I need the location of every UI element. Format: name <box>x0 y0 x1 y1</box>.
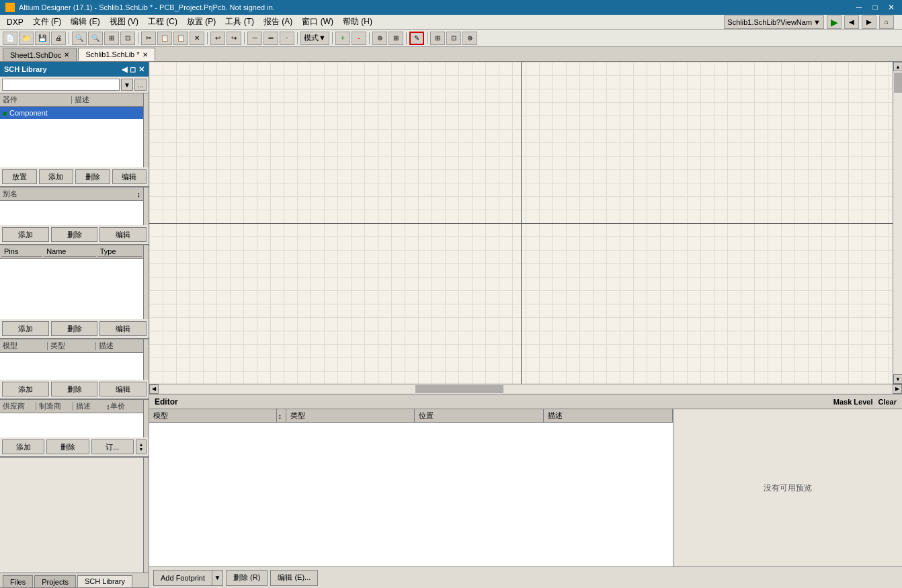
toolbar-btn-zoom-sel[interactable]: ⊡ <box>120 32 135 45</box>
menu-help[interactable]: 帮助 (H) <box>339 15 376 29</box>
menu-tools[interactable]: 工具 (T) <box>221 15 258 29</box>
viewname-dropdown[interactable]: Schlib1.SchLib?ViewNam ▼ <box>724 15 824 29</box>
toolbar-btn-view[interactable]: ⊡ <box>446 32 461 45</box>
forward-button[interactable]: ▶ <box>862 15 876 29</box>
scroll-track-area[interactable] <box>893 71 902 374</box>
toolbar-btn-minus[interactable]: - <box>352 32 366 45</box>
components-scrollbar[interactable] <box>143 93 149 167</box>
back-button[interactable]: ◀ <box>844 15 859 29</box>
toolbar-btn-undo[interactable]: ↩ <box>210 32 225 45</box>
edit-model-button[interactable]: 编辑 <box>99 382 147 396</box>
canvas-horizontal-scrollbar[interactable]: ◀ ▶ <box>149 384 902 393</box>
mode-dropdown[interactable]: 模式▼ <box>300 32 329 45</box>
toolbar-btn-copy[interactable]: 📋 <box>157 32 172 45</box>
toolbar-btn-special[interactable]: ✎ <box>409 32 424 45</box>
extra-scrollbar[interactable] <box>143 458 149 573</box>
toolbar-btn-delete[interactable]: ✕ <box>190 32 204 45</box>
menu-dxp[interactable]: DXP <box>3 16 28 28</box>
nav-button[interactable]: ▶ <box>827 15 842 29</box>
model-col-sort[interactable]: ↕ <box>276 409 286 423</box>
toolbar-btn-port[interactable]: ⊞ <box>388 32 403 45</box>
toolbar-btn-redo[interactable]: ↪ <box>227 32 241 45</box>
toolbar-btn-cut[interactable]: ✂ <box>141 32 156 45</box>
supplier-up-down-button[interactable]: ▲ ▼ <box>136 439 147 454</box>
maximize-button[interactable]: □ <box>870 3 880 12</box>
toolbar-btn-plus[interactable]: + <box>335 32 350 45</box>
toolbar-btn-1[interactable]: 📄 <box>3 32 17 45</box>
menu-report[interactable]: 报告 (A) <box>259 15 296 29</box>
sidebar-search-input[interactable] <box>2 79 120 91</box>
canvas-vertical-scrollbar[interactable]: ▲ ▼ <box>893 62 902 384</box>
add-model-button[interactable]: 添加 <box>2 382 49 396</box>
edit-model-button[interactable]: 编辑 (E)... <box>270 570 318 586</box>
suppliers-scrollbar[interactable] <box>143 400 149 437</box>
bottom-tab-schlib[interactable]: SCH Library <box>77 575 132 587</box>
add-footprint-button[interactable]: Add Footprint <box>153 570 212 586</box>
tab-sheet1-close[interactable]: ✕ <box>64 51 69 58</box>
scroll-up-button[interactable]: ▲ <box>893 62 902 71</box>
delete-alias-button[interactable]: 删除 <box>51 227 98 242</box>
separator-6 <box>332 32 333 44</box>
tab-sheet1[interactable]: Sheet1.SchDoc ✕ <box>3 48 77 61</box>
delete-component-button[interactable]: 删除 <box>75 169 110 184</box>
clear-button[interactable]: Clear <box>878 398 897 406</box>
toolbar-btn-paste[interactable]: 📋 <box>173 32 188 45</box>
add-supplier-button[interactable]: 添加 <box>2 439 44 454</box>
sidebar-pin-button[interactable]: ◀ <box>122 65 127 74</box>
sidebar-search-button[interactable]: ▼ <box>121 79 133 91</box>
toolbar-btn-extra[interactable]: ⊕ <box>462 32 477 45</box>
add-alias-button[interactable]: 添加 <box>2 227 49 242</box>
toolbar-btn-3[interactable]: 💾 <box>35 32 50 45</box>
minimize-button[interactable]: ─ <box>854 3 864 12</box>
models-scrollbar[interactable] <box>143 339 149 380</box>
scroll-down-button[interactable]: ▼ <box>893 374 902 384</box>
edit-alias-button[interactable]: 编辑 <box>99 227 147 242</box>
schematic-canvas[interactable] <box>149 62 893 384</box>
toolbar-btn-bus[interactable]: ═ <box>263 32 278 45</box>
pins-buttons: 添加 删除 编辑 <box>0 319 149 339</box>
menu-edit[interactable]: 编辑 (E) <box>67 15 104 29</box>
sidebar-float-button[interactable]: ◻ <box>130 65 136 74</box>
toolbar-btn-component[interactable]: ⊕ <box>372 32 387 45</box>
toolbar-btn-4[interactable]: 🖨 <box>51 32 66 45</box>
close-button[interactable]: ✕ <box>886 3 897 12</box>
tab-schlib1-close[interactable]: ✕ <box>142 51 148 58</box>
menu-view[interactable]: 视图 (V) <box>106 15 142 29</box>
edit-component-button[interactable]: 编辑 <box>112 169 147 184</box>
toolbar-btn-2[interactable]: 📁 <box>19 32 34 45</box>
toolbar-btn-junction[interactable]: · <box>280 32 294 45</box>
delete-supplier-button[interactable]: 删除 <box>46 439 89 454</box>
order-supplier-button[interactable]: 订... <box>91 439 134 454</box>
delete-pin-button[interactable]: 删除 <box>51 321 98 336</box>
toolbar-btn-zoom-out[interactable]: 🔍 <box>88 32 103 45</box>
menu-file[interactable]: 文件 (F) <box>29 15 66 29</box>
bottom-tab-files[interactable]: Files <box>3 575 33 587</box>
delete-model-button[interactable]: 删除 <box>51 382 98 396</box>
toolbar-btn-zoom-in[interactable]: 🔍 <box>72 32 87 45</box>
aliases-scrollbar[interactable] <box>143 187 149 225</box>
scroll-h-track[interactable] <box>159 384 893 394</box>
place-button[interactable]: 放置 <box>2 169 37 184</box>
add-footprint-dropdown[interactable]: ▼ <box>212 570 223 586</box>
scroll-right-button[interactable]: ▶ <box>893 384 902 394</box>
toolbar-btn-zoom-fit[interactable]: ⊞ <box>104 32 119 45</box>
toolbar-btn-wire[interactable]: ─ <box>247 32 262 45</box>
menu-place[interactable]: 放置 (P) <box>183 15 220 29</box>
title-bar-controls[interactable]: ─ □ ✕ <box>854 3 897 12</box>
aliases-sort-icon[interactable]: ↕ <box>137 190 141 198</box>
toolbar-btn-grid[interactable]: ⊞ <box>430 32 445 45</box>
edit-pin-button[interactable]: 编辑 <box>99 321 147 336</box>
bottom-tab-projects[interactable]: Projects <box>34 575 76 587</box>
home-button[interactable]: ⌂ <box>879 15 894 29</box>
add-component-button[interactable]: 添加 <box>39 169 74 184</box>
sidebar-search-options[interactable]: … <box>134 79 147 91</box>
menu-project[interactable]: 工程 (C) <box>144 15 181 29</box>
component-item-0[interactable]: ■ Component <box>0 107 143 119</box>
sidebar-close-button[interactable]: ✕ <box>138 65 145 74</box>
delete-model-button[interactable]: 删除 (R) <box>226 570 268 586</box>
pins-scrollbar[interactable] <box>143 245 149 319</box>
tab-schlib1[interactable]: Schlib1.SchLib * ✕ <box>78 48 155 61</box>
add-pin-button[interactable]: 添加 <box>2 321 49 336</box>
scroll-left-button[interactable]: ◀ <box>149 384 159 394</box>
menu-window[interactable]: 窗口 (W) <box>298 15 337 29</box>
